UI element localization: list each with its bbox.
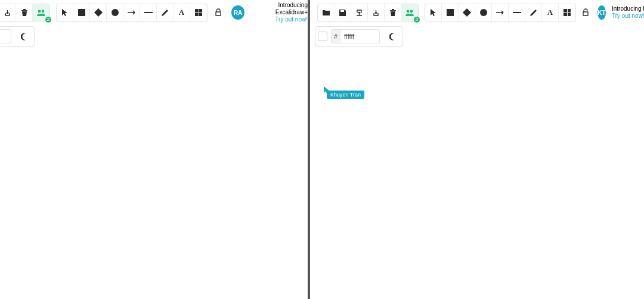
tool-library[interactable] <box>190 4 207 21</box>
clear-canvas-button[interactable] <box>385 4 401 21</box>
export-button[interactable] <box>351 4 368 21</box>
tool-ellipse[interactable] <box>475 4 492 21</box>
user-avatar[interactable]: KT <box>597 5 606 20</box>
tool-rectangle[interactable] <box>442 4 459 21</box>
lock-toggle[interactable] <box>582 8 589 17</box>
top-toolbar: 2 A <box>315 4 644 21</box>
promo-line1: Introducing Excalidraw+ <box>612 5 644 13</box>
tool-arrow[interactable] <box>492 4 509 21</box>
selection-icon <box>430 8 436 17</box>
clear-canvas-button[interactable] <box>16 4 33 21</box>
diamond-icon <box>462 8 470 17</box>
tool-diamond[interactable] <box>459 4 475 21</box>
svg-point-3 <box>410 10 413 13</box>
peer-cursor: Khuyen Tran <box>323 86 330 94</box>
collaboration-button[interactable]: 2 <box>401 4 418 21</box>
ellipse-icon <box>112 9 119 16</box>
promo-line1: Introducing Excalidraw+ <box>250 2 308 16</box>
selection-icon <box>61 8 68 17</box>
trash-icon <box>389 8 397 17</box>
promo-banner: Introducing Excalidraw+ Try out now! <box>250 2 308 23</box>
tool-arrow[interactable] <box>123 4 140 21</box>
import-icon <box>4 9 11 17</box>
lock-icon <box>215 8 222 17</box>
diamond-icon <box>94 8 102 17</box>
text-icon: A <box>547 8 553 17</box>
library-icon <box>564 9 571 16</box>
collab-count-badge: 2 <box>414 17 420 23</box>
collaboration-button[interactable]: 2 <box>33 4 49 21</box>
import-button[interactable] <box>0 4 16 21</box>
tool-text[interactable]: A <box>542 4 559 21</box>
tool-ellipse[interactable] <box>107 4 123 21</box>
background-swatch[interactable] <box>318 32 327 41</box>
canvas-properties-panel: # <box>315 26 403 46</box>
background-hex-input[interactable] <box>340 29 380 43</box>
tool-text[interactable]: A <box>174 4 190 21</box>
promo-banner: Introducing Excalidraw+ Try out now! <box>612 5 644 20</box>
dark-mode-icon <box>389 33 397 41</box>
text-icon: A <box>179 8 184 17</box>
top-toolbar: 2 A <box>0 4 308 21</box>
tool-selection[interactable] <box>57 4 73 21</box>
promo-try-link[interactable]: Try out now! <box>250 16 308 23</box>
peer-cursor-label: Khuyen Tran <box>327 91 364 99</box>
canvas[interactable] <box>0 0 308 299</box>
rectangle-icon <box>447 9 454 16</box>
lock-toggle[interactable] <box>213 8 223 17</box>
dark-mode-toggle[interactable] <box>17 29 32 43</box>
user-avatar[interactable]: RA <box>231 5 244 20</box>
tool-draw[interactable] <box>157 4 174 21</box>
canvas-properties-panel: # <box>0 26 35 46</box>
file-toolbar: 2 <box>0 4 50 21</box>
tool-selection[interactable] <box>425 4 442 21</box>
collaboration-icon <box>36 9 46 16</box>
pencil-icon <box>530 9 537 17</box>
open-folder-icon <box>322 9 330 16</box>
lock-icon <box>582 8 589 17</box>
library-icon <box>195 9 202 16</box>
promo-try-link[interactable]: Try out now! <box>612 13 644 20</box>
save-button[interactable] <box>335 4 351 21</box>
left-session-pane: 2 A <box>0 0 310 299</box>
arrow-icon <box>127 10 137 15</box>
open-button[interactable] <box>318 4 335 21</box>
tool-library[interactable] <box>559 4 575 21</box>
file-toolbar: 2 <box>317 4 419 21</box>
ellipse-icon <box>480 9 487 16</box>
hex-prefix: # <box>331 29 340 43</box>
right-session-pane: Khuyen Tran <box>310 0 644 299</box>
line-icon <box>144 12 153 13</box>
tool-line[interactable] <box>509 4 525 21</box>
svg-point-0 <box>38 10 41 13</box>
dark-mode-icon <box>21 33 29 41</box>
import-icon <box>372 9 380 17</box>
rectangle-icon <box>78 9 85 16</box>
trash-icon <box>21 8 28 17</box>
pencil-icon <box>161 9 169 17</box>
tool-line[interactable] <box>140 4 157 21</box>
shape-toolbar: A <box>56 4 208 21</box>
arrow-icon <box>496 10 505 15</box>
export-icon <box>355 9 363 17</box>
shape-toolbar: A <box>425 4 576 21</box>
collaboration-icon <box>405 9 414 16</box>
tool-rectangle[interactable] <box>73 4 90 21</box>
svg-point-2 <box>407 10 410 13</box>
background-hex-input[interactable] <box>0 29 11 43</box>
save-icon <box>339 9 346 17</box>
tool-diamond[interactable] <box>90 4 107 21</box>
tool-draw[interactable] <box>525 4 542 21</box>
import-button[interactable] <box>368 4 385 21</box>
line-icon <box>513 12 521 13</box>
collab-count-badge: 2 <box>45 17 51 23</box>
svg-point-1 <box>42 10 45 13</box>
dark-mode-toggle[interactable] <box>386 29 400 43</box>
